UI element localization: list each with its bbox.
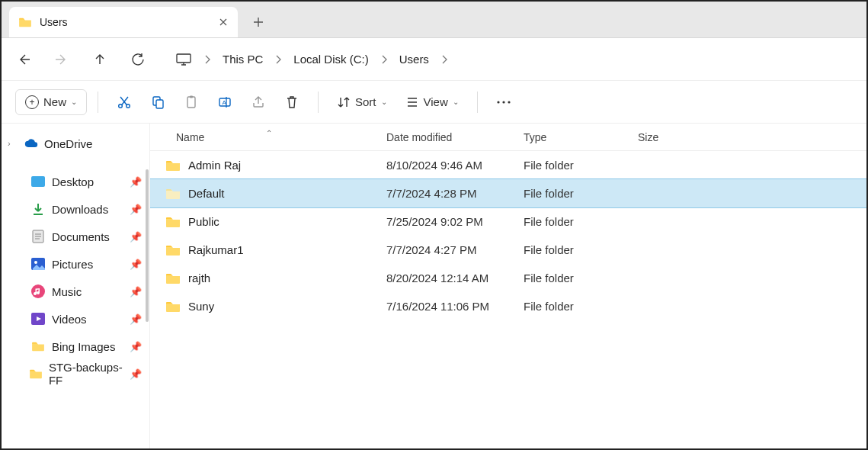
plus-circle-icon: + [25,95,39,109]
more-button[interactable] [488,89,519,115]
folder-icon [165,159,181,172]
svg-rect-4 [156,100,163,108]
folder-icon [29,367,43,381]
col-date[interactable]: Date modified [386,131,524,143]
tree-item[interactable]: Pictures📌 [2,250,149,278]
file-type: File folder [524,215,638,228]
chevron-right-icon[interactable] [381,55,387,64]
file-type: File folder [524,300,638,313]
svg-point-10 [502,101,504,103]
file-row[interactable]: Admin Raj8/10/2024 9:46 AMFile folder [150,151,866,179]
chevron-down-icon: ⌄ [453,98,459,106]
divider [98,92,98,113]
sort-icon [337,95,351,109]
file-date: 7/7/2024 4:27 PM [386,243,524,256]
crumb-this-pc[interactable]: This PC [223,53,263,66]
trash-icon [284,95,299,110]
new-button[interactable]: + New ⌄ [15,89,87,115]
refresh-button[interactable] [130,51,146,68]
col-name[interactable]: Name ⌃ [150,131,386,143]
folder-icon [30,339,46,353]
sort-button[interactable]: Sort ⌄ [329,89,395,115]
pin-icon: 📌 [130,368,142,380]
tree-item[interactable]: Documents📌 [2,223,149,250]
tree-item[interactable]: Videos📌 [2,305,149,333]
file-row[interactable]: Public7/25/2024 9:02 PMFile folder [150,207,866,236]
share-button[interactable] [243,89,274,115]
chevron-right-icon[interactable] [441,55,447,64]
up-button[interactable] [91,51,108,68]
tree-item[interactable]: STG-backups-FF📌 [2,360,149,387]
crumb-users[interactable]: Users [399,53,429,66]
svg-point-2 [127,104,130,108]
file-name: Public [188,215,219,228]
divider [477,92,478,113]
delete-button[interactable] [277,89,307,115]
more-icon [496,100,511,104]
file-name: Admin Raj [188,159,241,172]
tree-label: Bing Images [52,340,115,353]
chevron-right-icon[interactable]: › [8,139,18,148]
desktop-icon [30,175,46,188]
tree-item[interactable]: Music📌 [2,278,149,305]
new-tab-button[interactable] [245,9,271,35]
file-row[interactable]: Default7/7/2024 4:28 PMFile folder [150,179,866,207]
view-label: View [424,95,448,108]
close-icon[interactable] [218,17,229,27]
pin-icon: 📌 [130,313,142,325]
tree-label: Videos [52,313,87,326]
svg-rect-5 [187,97,195,108]
monitor-icon [175,53,192,66]
svg-rect-0 [177,54,191,63]
svg-point-11 [508,101,510,103]
tree-label: Pictures [52,258,93,271]
sort-label: Sort [355,95,376,108]
svg-point-15 [34,261,37,264]
chevron-right-icon[interactable] [275,55,281,64]
scissors-icon [117,95,132,110]
file-type: File folder [524,243,638,256]
tree-label: STG-backups-FF [49,361,123,387]
back-button[interactable] [15,51,32,68]
folder-icon [165,244,181,256]
rename-button[interactable]: A [210,89,240,115]
tree-item[interactable]: Desktop📌 [2,168,149,195]
chevron-right-icon[interactable] [204,55,210,64]
sort-indicator-icon: ⌃ [266,129,272,137]
downloads-icon [30,202,46,216]
divider [318,92,319,113]
tree-label: Downloads [52,203,108,216]
file-name: rajth [188,272,210,284]
documents-icon [30,230,46,243]
view-button[interactable]: View ⌄ [398,89,466,115]
cut-button[interactable] [109,89,139,115]
music-icon [30,284,46,298]
file-name: Suny [188,300,214,313]
svg-rect-12 [31,176,45,187]
forward-button[interactable] [53,51,70,68]
col-size[interactable]: Size [638,131,714,143]
pictures-icon [30,257,46,271]
file-row[interactable]: Suny7/16/2024 11:06 PMFile folder [150,292,866,320]
address-bar: This PC Local Disk (C:) Users [2,38,866,81]
tree-item[interactable]: Downloads📌 [2,195,149,223]
tree-item[interactable]: Bing Images📌 [2,333,149,360]
folder-icon [18,17,32,27]
share-icon [251,95,266,110]
col-type[interactable]: Type [524,131,638,143]
copy-button[interactable] [143,89,173,115]
tree-label: Desktop [52,175,94,188]
tree-onedrive[interactable]: › OneDrive [2,130,149,157]
chevron-down-icon: ⌄ [71,98,77,106]
file-row[interactable]: Rajkumar17/7/2024 4:27 PMFile folder [150,236,866,264]
svg-rect-6 [190,95,193,98]
file-row[interactable]: rajth8/20/2024 12:14 AMFile folder [150,264,866,292]
svg-point-9 [497,101,499,103]
pin-icon: 📌 [130,286,142,297]
toolbar: + New ⌄ A Sort ⌄ View ⌄ [2,81,866,124]
crumb-local-disk[interactable]: Local Disk (C:) [293,53,368,66]
cloud-icon [24,137,38,150]
rename-icon: A [217,95,232,110]
paste-button[interactable] [176,89,207,115]
tab-users[interactable]: Users [9,7,238,37]
